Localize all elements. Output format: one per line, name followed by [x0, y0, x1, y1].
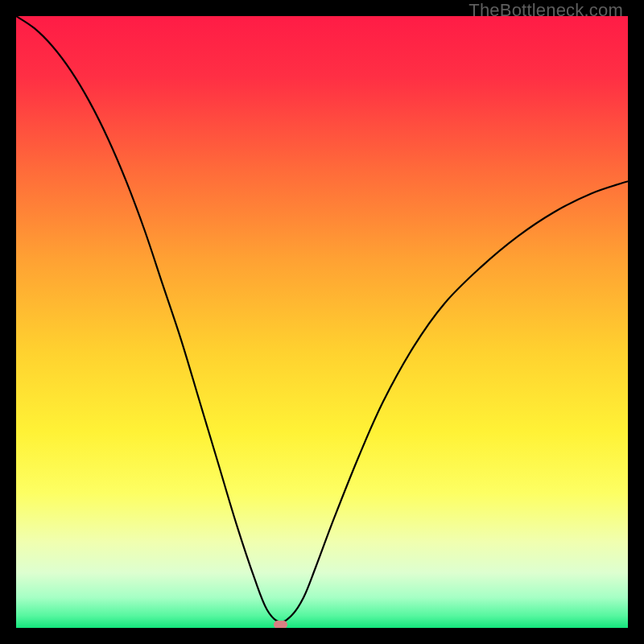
watermark-text: TheBottleneck.com	[469, 0, 623, 21]
bottleneck-curve	[16, 16, 628, 628]
optimal-marker	[274, 621, 287, 628]
chart-frame: TheBottleneck.com	[0, 0, 644, 644]
curve-path	[16, 16, 628, 622]
plot-area	[16, 16, 628, 628]
